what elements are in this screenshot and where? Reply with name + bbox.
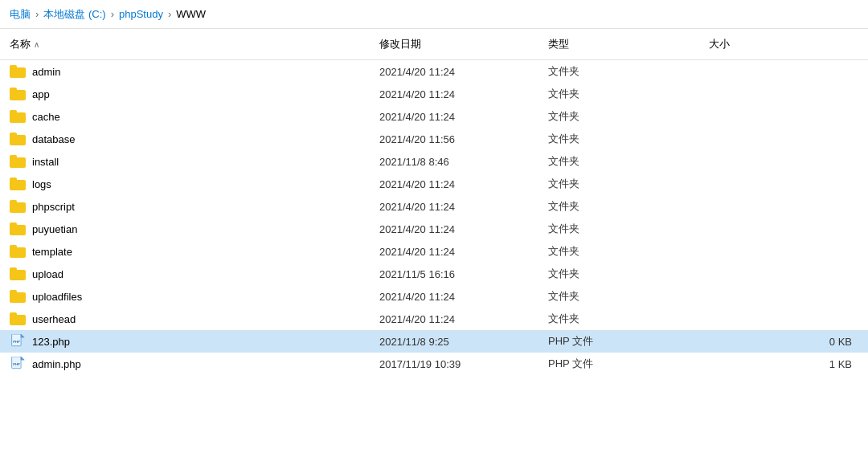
file-name-text: database (32, 133, 76, 145)
file-name-text: userhead (32, 313, 76, 325)
file-name-text: admin (32, 66, 60, 78)
file-type-cell: 文件夹 (538, 132, 699, 146)
file-date-cell: 2017/11/19 10:39 (370, 358, 538, 370)
file-name-cell: template (0, 245, 370, 258)
table-header: 名称 ∧ 修改日期 类型 大小 (0, 29, 868, 60)
file-date-cell: 2021/4/20 11:24 (370, 66, 538, 78)
file-row[interactable]: phpscript 2021/4/20 11:24 文件夹 (0, 195, 868, 218)
file-row[interactable]: PHP admin.php 2017/11/19 10:39 PHP 文件 1 … (0, 353, 868, 375)
file-type-cell: 文件夹 (538, 267, 699, 281)
file-date-cell: 2021/4/20 11:24 (370, 111, 538, 123)
file-name-cell: cache (0, 110, 370, 123)
folder-icon (10, 65, 26, 78)
folder-icon (10, 200, 26, 213)
file-type-cell: 文件夹 (538, 177, 699, 191)
folder-icon (10, 155, 26, 168)
col-date-header[interactable]: 修改日期 (370, 32, 538, 56)
file-name-cell: phpscript (0, 200, 370, 213)
col-size-label: 大小 (709, 38, 730, 50)
col-name-label: 名称 (10, 37, 31, 51)
file-type-cell: 文件夹 (538, 64, 699, 79)
file-row[interactable]: database 2021/4/20 11:56 文件夹 (0, 128, 868, 150)
file-name-text: puyuetian (32, 223, 77, 235)
folder-icon (10, 110, 26, 123)
file-name-cell: logs (0, 177, 370, 190)
folder-icon (10, 245, 26, 258)
file-type-cell: 文件夹 (538, 87, 699, 101)
file-name-text: logs (32, 178, 51, 190)
file-date-cell: 2021/4/20 11:24 (370, 88, 538, 100)
file-list: admin 2021/4/20 11:24 文件夹 app 2021/4/20 … (0, 60, 868, 457)
svg-text:PHP: PHP (13, 340, 20, 344)
file-date-cell: 2021/11/8 8:46 (370, 156, 538, 168)
file-type-cell: 文件夹 (538, 222, 699, 236)
folder-icon (10, 88, 26, 100)
folder-icon (10, 177, 26, 190)
breadcrumb-localdisk[interactable]: 本地磁盘 (C:) (43, 7, 105, 22)
file-name-cell: upload (0, 267, 370, 280)
file-date-cell: 2021/11/8 9:25 (370, 336, 538, 348)
file-type-cell: 文件夹 (538, 109, 699, 124)
col-type-header[interactable]: 类型 (538, 32, 699, 56)
file-name-cell: puyuetian (0, 222, 370, 235)
file-name-text: cache (32, 111, 60, 123)
file-size-cell: 1 KB (699, 358, 868, 370)
breadcrumb-sep-1: › (35, 8, 39, 20)
file-name-cell: database (0, 133, 370, 145)
file-date-cell: 2021/4/20 11:24 (370, 291, 538, 303)
php-file-icon: PHP (10, 357, 26, 371)
file-name-cell: uploadfiles (0, 290, 370, 303)
file-name-text: upload (32, 268, 63, 280)
file-date-cell: 2021/4/20 11:56 (370, 133, 538, 145)
folder-icon (10, 312, 26, 325)
col-date-label: 修改日期 (379, 38, 421, 50)
file-type-cell: 文件夹 (538, 199, 699, 214)
file-name-cell: install (0, 155, 370, 168)
file-name-text: template (32, 246, 72, 258)
file-type-cell: PHP 文件 (538, 357, 699, 371)
file-name-text: 123.php (32, 336, 70, 348)
file-date-cell: 2021/4/20 11:24 (370, 201, 538, 213)
file-date-cell: 2021/4/20 11:24 (370, 246, 538, 258)
breadcrumb-www: WWW (176, 8, 206, 20)
file-name-cell: app (0, 88, 370, 100)
folder-icon (10, 133, 26, 145)
file-date-cell: 2021/4/20 11:24 (370, 223, 538, 235)
file-row[interactable]: upload 2021/11/5 16:16 文件夹 (0, 263, 868, 285)
folder-icon (10, 267, 26, 280)
file-name-cell: PHP 123.php (0, 334, 370, 349)
file-date-cell: 2021/11/5 16:16 (370, 268, 538, 280)
file-row[interactable]: template 2021/4/20 11:24 文件夹 (0, 240, 868, 263)
file-row[interactable]: app 2021/4/20 11:24 文件夹 (0, 83, 868, 105)
breadcrumb-sep-3: › (168, 8, 171, 20)
file-name-text: admin.php (32, 358, 81, 370)
file-row[interactable]: userhead 2021/4/20 11:24 文件夹 (0, 308, 868, 330)
file-row[interactable]: logs 2021/4/20 11:24 文件夹 (0, 173, 868, 195)
file-name-text: install (32, 156, 59, 168)
file-type-cell: 文件夹 (538, 312, 699, 326)
file-name-text: uploadfiles (32, 291, 82, 303)
breadcrumb-phpstudy[interactable]: phpStudy (119, 8, 163, 20)
file-name-text: app (32, 88, 50, 100)
file-name-text: phpscript (32, 201, 75, 213)
file-row[interactable]: PHP 123.php 2021/11/8 9:25 PHP 文件 0 KB (0, 330, 868, 353)
breadcrumb-sep-2: › (111, 8, 114, 20)
folder-icon (10, 222, 26, 235)
col-name-header[interactable]: 名称 ∧ (0, 32, 370, 56)
file-row[interactable]: cache 2021/4/20 11:24 文件夹 (0, 105, 868, 128)
file-name-cell: PHP admin.php (0, 357, 370, 371)
col-size-header[interactable]: 大小 (699, 32, 868, 56)
file-type-cell: 文件夹 (538, 154, 699, 169)
svg-text:PHP: PHP (13, 362, 20, 366)
file-name-cell: userhead (0, 312, 370, 325)
breadcrumb-computer[interactable]: 电脑 (10, 7, 31, 22)
file-size-cell: 0 KB (699, 336, 868, 348)
file-row[interactable]: uploadfiles 2021/4/20 11:24 文件夹 (0, 285, 868, 308)
file-row[interactable]: admin 2021/4/20 11:24 文件夹 (0, 60, 868, 83)
file-type-cell: 文件夹 (538, 289, 699, 304)
breadcrumb-bar: 电脑 › 本地磁盘 (C:) › phpStudy › WWW (0, 0, 868, 29)
file-type-cell: PHP 文件 (538, 334, 699, 349)
file-row[interactable]: install 2021/11/8 8:46 文件夹 (0, 150, 868, 173)
file-row[interactable]: puyuetian 2021/4/20 11:24 文件夹 (0, 218, 868, 240)
file-name-cell: admin (0, 65, 370, 78)
